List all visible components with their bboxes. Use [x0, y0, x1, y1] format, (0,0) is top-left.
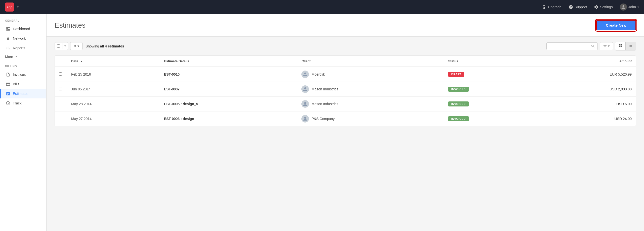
select-all-group: ▾	[55, 42, 68, 50]
list-toolbar: ▾ ⚙ ▾ Showing all 4 estimates	[47, 37, 644, 55]
table-row[interactable]: May 28 2014 EST-0005 : design_5 Mason In…	[55, 97, 636, 111]
logo[interactable]: anp	[5, 3, 14, 12]
row-checkbox[interactable]	[59, 117, 62, 120]
main-content: Estimates Create New ▾ ⚙ ▾ Showing all 4…	[47, 14, 644, 231]
bulk-actions-button[interactable]: ⚙ ▾	[70, 42, 83, 50]
row-estimate-number[interactable]: EST-0010	[160, 67, 298, 82]
filter-chevron-icon: ▾	[608, 44, 610, 48]
row-amount: USD 2,000.00	[537, 82, 636, 97]
user-menu[interactable]: John ▾	[620, 4, 639, 11]
sidebar-divider	[0, 61, 46, 65]
row-amount: USD 6.00	[537, 97, 636, 111]
row-amount: USD 24.00	[537, 111, 636, 126]
list-icon	[629, 44, 633, 48]
rocket-icon	[542, 5, 546, 9]
client-name: Mason Industries	[311, 87, 338, 91]
table-header-row: Date ▲ Estimate Details Client Status	[55, 56, 636, 67]
search-icon	[591, 44, 595, 48]
more-chevron-icon	[15, 55, 18, 59]
client-avatar	[301, 85, 309, 93]
reports-icon	[6, 46, 10, 50]
settings-nav-item[interactable]: Settings	[594, 5, 613, 9]
view-toggle	[615, 42, 636, 50]
search-box	[546, 42, 598, 50]
page-header: Estimates Create New	[47, 14, 644, 37]
col-amount: Amount	[537, 56, 636, 67]
bills-icon	[6, 82, 10, 86]
estimates-table: Date ▲ Estimate Details Client Status	[47, 55, 644, 134]
invoices-icon	[6, 72, 10, 77]
row-estimate-number[interactable]: EST-0005 : design_5	[160, 97, 298, 111]
network-icon	[6, 36, 10, 41]
sidebar-item-dashboard[interactable]: Dashboard	[0, 24, 46, 34]
col-date[interactable]: Date ▲	[67, 56, 160, 67]
create-new-button[interactable]: Create New	[596, 20, 636, 30]
status-badge: INVOICED	[448, 101, 469, 106]
sidebar-item-estimates[interactable]: Estimates	[0, 89, 46, 98]
client-avatar-icon	[303, 87, 307, 91]
list-view-button[interactable]	[626, 42, 636, 50]
client-avatar-icon	[303, 102, 307, 106]
estimates-list: Date ▲ Estimate Details Client Status	[55, 56, 636, 126]
toolbar-left: ▾ ⚙ ▾ Showing all 4 estimates	[55, 42, 124, 50]
client-name: Mason Industries	[311, 102, 338, 106]
app-chevron[interactable]: ▾	[17, 5, 19, 9]
row-estimate-number[interactable]: EST-0007	[160, 82, 298, 97]
sidebar-item-track[interactable]: Track	[0, 98, 46, 108]
col-status: Status	[444, 56, 537, 67]
sort-arrow-icon: ▲	[80, 60, 83, 63]
row-status: INVOICED	[444, 97, 537, 111]
sidebar-item-invoices[interactable]: Invoices	[0, 70, 46, 79]
grid-icon	[618, 44, 622, 48]
sidebar-more-button[interactable]: More	[0, 53, 46, 61]
row-checkbox-cell	[55, 97, 67, 111]
row-status: DRAFT	[444, 67, 537, 82]
row-client: Mason Industries	[297, 82, 444, 97]
client-name: Moerdijk	[311, 72, 325, 76]
settings-gear-icon	[594, 5, 598, 9]
sidebar-item-bills[interactable]: Bills	[0, 79, 46, 89]
client-avatar	[301, 115, 309, 123]
client-avatar-icon	[303, 117, 307, 121]
gear-chevron-icon: ▾	[77, 44, 79, 48]
row-checkbox-cell	[55, 67, 67, 82]
row-client: Moerdijk	[297, 67, 444, 82]
client-avatar	[301, 71, 309, 78]
row-date: Feb 25 2016	[67, 67, 160, 82]
sidebar-item-reports[interactable]: Reports	[0, 43, 46, 53]
row-checkbox[interactable]	[59, 87, 62, 90]
search-input[interactable]	[549, 44, 589, 48]
status-badge: INVOICED	[448, 116, 469, 121]
toolbar-right: ▾	[546, 42, 636, 50]
grid-view-button[interactable]	[615, 42, 626, 50]
page-title: Estimates	[55, 21, 86, 29]
upgrade-nav-item[interactable]: Upgrade	[542, 5, 561, 9]
table-row[interactable]: Feb 25 2016 EST-0010 Moerdijk DRAFT EUR …	[55, 67, 636, 82]
table-row[interactable]: Jun 05 2014 EST-0007 Mason Industries IN…	[55, 82, 636, 97]
row-status: INVOICED	[444, 82, 537, 97]
avatar	[620, 4, 627, 11]
client-avatar-icon	[303, 72, 307, 77]
row-status: INVOICED	[444, 111, 537, 126]
row-estimate-number[interactable]: EST-0003 : design	[160, 111, 298, 126]
row-date: Jun 05 2014	[67, 82, 160, 97]
sidebar: GENERAL Dashboard Network Reports More B…	[0, 14, 47, 231]
row-checkbox[interactable]	[59, 72, 62, 76]
select-chevron[interactable]: ▾	[62, 43, 68, 49]
table-inner: Date ▲ Estimate Details Client Status	[55, 55, 636, 126]
row-checkbox[interactable]	[59, 102, 62, 105]
user-avatar-icon	[621, 5, 626, 9]
sidebar-item-network[interactable]: Network	[0, 34, 46, 43]
nav-actions: Upgrade Support Settings John ▾	[542, 4, 639, 11]
row-checkbox-cell	[55, 82, 67, 97]
support-nav-item[interactable]: Support	[569, 5, 587, 9]
table-row[interactable]: May 27 2014 EST-0003 : design P&S Compan…	[55, 111, 636, 126]
track-icon	[6, 101, 10, 105]
question-icon	[569, 5, 573, 9]
general-section-label: GENERAL	[0, 19, 46, 24]
col-client: Client	[297, 56, 444, 67]
filter-button[interactable]: ▾	[600, 42, 613, 50]
top-nav: anp ▾ Upgrade Support Settings	[0, 0, 644, 14]
select-all-checkbox[interactable]	[57, 44, 60, 48]
billing-section-label: BILLING	[0, 65, 46, 70]
